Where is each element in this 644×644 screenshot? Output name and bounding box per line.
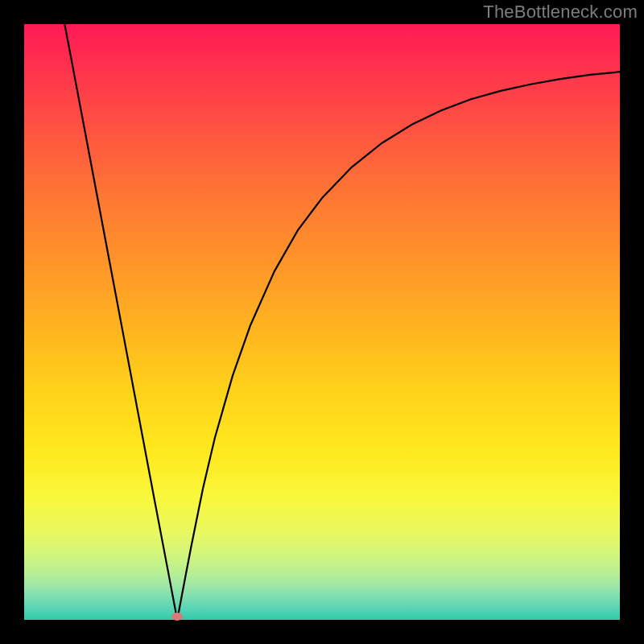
chart-frame: TheBottleneck.com (0, 0, 644, 644)
plot-area (24, 24, 620, 620)
optimum-point (171, 613, 183, 621)
bottleneck-curve (24, 24, 620, 620)
watermark-text: TheBottleneck.com (483, 2, 638, 23)
